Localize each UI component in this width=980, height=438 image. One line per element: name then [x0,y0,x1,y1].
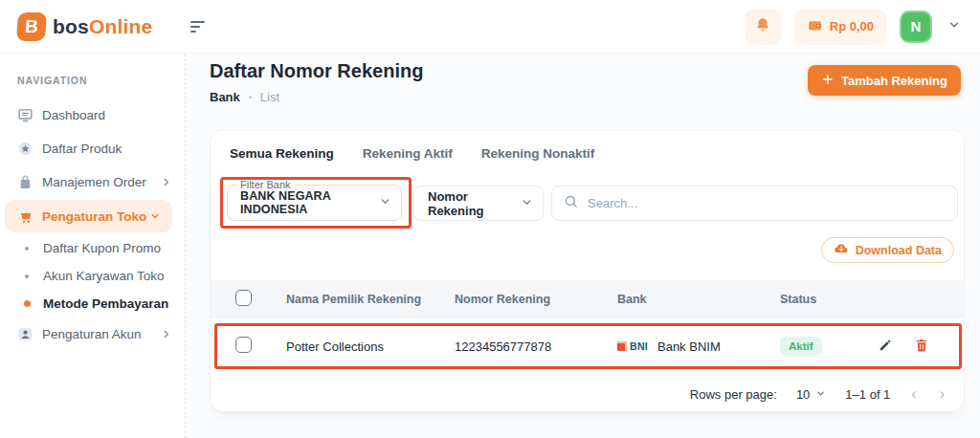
topbar: B bosOnline Rp 0,00 N [0,0,980,54]
search-input[interactable] [586,195,946,211]
cell-bank: BNI Bank BNIM [617,339,780,354]
wallet-balance-chip[interactable]: Rp 0,00 [794,9,886,45]
bullet-icon [24,300,31,307]
rows-per-page-select[interactable]: 10 [796,387,826,402]
next-page-button[interactable]: › [938,385,947,403]
table-row: Potter Collections 12234556777878 BNI Ba… [211,325,966,367]
main-content: Daftar Nomor Rekening Bank List Tambah R… [187,54,980,438]
sidebar-item-label: Metode Pembayaran [43,296,168,311]
brand-logo[interactable]: B bosOnline [17,12,152,41]
notifications-button[interactable] [745,9,781,45]
pencil-icon [878,338,893,356]
breadcrumb: Bank List [210,90,279,104]
tab-semua-rekening[interactable]: Semua Rekening [230,146,334,161]
sidebar-item-label: Daftar Kupon Promo [43,241,161,255]
bell-icon [754,16,771,36]
wallet-icon [807,17,823,36]
sidebar-item-akun-karyawan-toko[interactable]: Akun Karyawan Toko [0,262,185,290]
sidebar-item-label: Manajemen Order [42,175,161,189]
chevron-right-icon [161,177,171,187]
pagination-range: 1–1 of 1 [845,387,890,402]
sidebar-item-daftar-produk[interactable]: Daftar Produk [0,132,185,164]
row-checkbox[interactable] [235,337,252,353]
previous-page-button[interactable]: ‹ [909,385,918,403]
tab-rekening-aktif[interactable]: Rekening Aktif [363,146,453,161]
sidebar-collapse-button[interactable] [185,12,211,41]
sidebar-section-label: NAVIGATION [17,75,185,86]
select-all-checkbox[interactable] [235,290,252,306]
cell-account-number: 12234556777878 [455,339,617,354]
topbar-right: Rp 0,00 N [745,9,963,45]
column-header-status: Status [780,293,878,306]
chevron-right-icon [161,329,171,339]
cloud-download-icon [834,241,849,259]
sidebar-item-label: Dashboard [42,108,171,122]
sidebar-item-label: Pengaturan Akun [42,327,161,341]
sidebar-item-metode-pembayaran[interactable]: Metode Pembayaran [0,290,185,318]
filter-bank-value: BANK NEGARA INDONESIA [240,189,379,216]
cart-icon [17,208,33,225]
plus-icon [821,73,835,89]
bag-icon [17,174,33,190]
add-rekening-label: Tambah Rekening [841,74,947,88]
breadcrumb-bank[interactable]: Bank [210,90,240,104]
column-header-bank: Bank [617,293,780,306]
account-menu-button[interactable] [946,16,963,36]
bullet-icon [25,274,29,278]
filter-bank-select[interactable]: Filter Bank BANK NEGARA INDONESIA [227,185,402,221]
chevron-down-icon [379,194,391,211]
brand-logo-text: bosOnline [53,15,152,38]
sidebar-item-label: Pengaturan Toko [42,209,149,224]
chevron-down-icon [815,387,826,402]
download-data-button[interactable]: Download Data [821,237,954,263]
bni-logo-text: BNI [630,340,648,352]
tab-rekening-nonaktif[interactable]: Rekening Nonaktif [481,146,595,161]
brand-bos: bos [53,15,89,37]
chevron-down-icon [521,196,533,211]
rows-per-page-value: 10 [796,387,810,402]
column-header-owner: Nama Pemilik Rekening [286,293,455,306]
rekening-card: Semua Rekening Rekening Aktif Rekening N… [210,129,965,412]
edit-button[interactable] [878,338,893,356]
sidebar-item-label: Akun Karyawan Toko [43,269,165,283]
download-data-label: Download Data [856,244,942,257]
search-column-select[interactable]: Nomor Rekening [413,186,544,221]
avatar[interactable]: N [900,11,932,43]
star-icon [17,141,33,157]
filter-bank-label: Filter Bank [236,179,295,190]
sidebar-item-dashboard[interactable]: Dashboard [0,99,185,131]
search-icon [564,194,578,212]
delete-button[interactable] [914,338,929,356]
user-icon [17,326,33,342]
brand-online: Online [89,15,153,37]
bni-logo-icon [617,341,627,351]
bank-name: Bank BNIM [657,339,721,354]
sidebar-item-daftar-kupon-promo[interactable]: Daftar Kupon Promo [0,234,185,262]
chevron-down-icon [149,210,161,222]
app-window: B bosOnline Rp 0,00 N [0,0,980,438]
sidebar-item-label: Daftar Produk [42,142,171,156]
status-badge: Aktif [780,337,822,356]
column-header-account-number: Nomor Rekening [455,293,617,306]
wallet-balance: Rp 0,00 [830,19,874,33]
tab-bar: Semua Rekening Rekening Aktif Rekening N… [211,130,964,161]
sidebar-item-manajemen-order[interactable]: Manajemen Order [0,165,185,198]
table-header: Nama Pemilik Rekening Nomor Rekening Ban… [211,280,966,318]
row-actions [878,338,966,356]
sidebar: NAVIGATION Dashboard Daftar Produk Manaj… [0,54,186,438]
bni-bank-logo: BNI [617,340,648,352]
search-box [551,186,958,221]
cell-owner: Potter Collections [286,339,455,354]
trash-icon [914,338,929,356]
sidebar-item-pengaturan-akun[interactable]: Pengaturan Akun [0,318,185,350]
chevron-down-icon [947,18,961,34]
search-column-value: Nomor Rekening [428,189,521,218]
brand-logo-icon: B [16,12,47,41]
rows-per-page-label: Rows per page: [690,387,777,402]
add-rekening-button[interactable]: Tambah Rekening [808,65,961,96]
pagination: Rows per page: 10 1–1 of 1 ‹ › [690,376,947,412]
page-title: Daftar Nomor Rekening [210,60,423,82]
dashboard-icon [17,107,33,123]
bullet-icon [25,247,29,251]
sidebar-item-pengaturan-toko[interactable]: Pengaturan Toko [5,200,172,232]
